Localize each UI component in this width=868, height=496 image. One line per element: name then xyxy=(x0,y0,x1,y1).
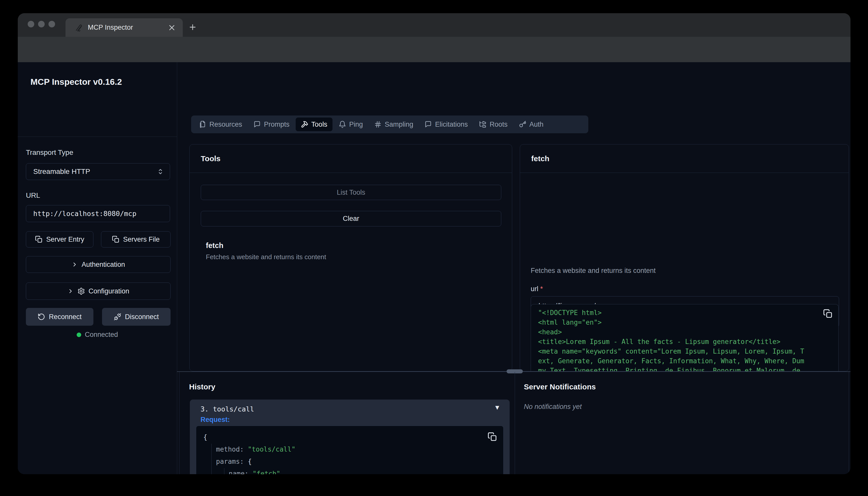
request-json-line: { xyxy=(196,431,486,443)
tab-label: Elicitations xyxy=(435,121,468,128)
authentication-label: Authentication xyxy=(81,261,125,268)
copy-request-icon[interactable] xyxy=(488,432,497,442)
key-icon xyxy=(519,121,526,128)
window-close-dot[interactable] xyxy=(28,21,34,27)
history-entry-card: 3. tools/call ▼ Request: {method: "tools… xyxy=(190,400,510,474)
restart-icon xyxy=(37,313,45,321)
result-code-line: <head> xyxy=(538,327,821,337)
browser-tab-strip: MCP Inspector xyxy=(18,13,851,37)
request-label: Request: xyxy=(201,416,230,424)
status-dot xyxy=(77,332,81,337)
tab-label: Sampling xyxy=(385,121,413,128)
url-field-label-text: url xyxy=(531,285,538,293)
list-tools-label: List Tools xyxy=(337,189,365,197)
browser-tab[interactable]: MCP Inspector xyxy=(65,18,183,37)
reconnect-button[interactable]: Reconnect xyxy=(26,308,93,326)
folder-tree-icon xyxy=(479,121,487,128)
url-field-label: url * xyxy=(531,285,543,293)
sidebar-divider xyxy=(18,137,177,137)
result-code-line: <meta name="keywords" content="Lorem Ips… xyxy=(538,346,821,356)
transport-type-label: Transport Type xyxy=(26,149,73,157)
disconnect-label: Disconnect xyxy=(125,313,159,321)
transport-type-select[interactable]: Streamable HTTP xyxy=(26,163,170,180)
window-zoom-dot[interactable] xyxy=(48,21,55,27)
history-panel-left-border xyxy=(179,372,179,474)
configuration-label: Configuration xyxy=(89,287,129,295)
sidebar: MCP Inspector v0.16.2 Transport Type Str… xyxy=(18,62,177,474)
history-title: History xyxy=(189,383,215,391)
tab-label: Resources xyxy=(209,121,242,128)
hammer-icon xyxy=(301,121,309,128)
tab-label: Prompts xyxy=(264,121,289,128)
result-code-line: <html lang="en"> xyxy=(538,317,821,327)
clear-button[interactable]: Clear xyxy=(201,211,501,227)
url-input[interactable]: http://localhost:8080/mcp xyxy=(26,205,170,222)
browser-toolbar: localhost:6274/?MCP_PROXY_AUTH_TOKEN=9e7… xyxy=(18,37,851,62)
tool-panel-title: fetch xyxy=(531,154,550,163)
result-code-line: <title>Lorem Ipsum - All the facts - Lip… xyxy=(538,337,821,346)
chevron-right-icon xyxy=(71,261,78,268)
request-json-line: name: "fetch" xyxy=(196,468,486,474)
copy-icon xyxy=(35,235,43,243)
request-json-line: params: { xyxy=(196,455,486,468)
list-tools-button[interactable]: List Tools xyxy=(201,185,501,200)
no-notifications-text: No notifications yet xyxy=(524,403,582,411)
tool-description: Fetches a website and returns its conten… xyxy=(531,267,656,275)
unplug-icon xyxy=(114,313,121,321)
tab-close-icon[interactable] xyxy=(168,24,176,32)
files-icon xyxy=(199,121,206,128)
reconnect-label: Reconnect xyxy=(49,313,81,321)
bell-icon xyxy=(338,121,346,128)
tool-panel-header: fetch xyxy=(520,144,849,173)
app-title: MCP Inspector v0.16.2 xyxy=(30,77,122,87)
screenshot-stage: MCP Inspector localhost:6274/?MCP_PROXY_… xyxy=(0,0,868,496)
transport-type-value: Streamable HTTP xyxy=(33,168,90,176)
clear-label: Clear xyxy=(343,215,359,222)
nav-tab-bar: Resources Prompts Tools Ping xyxy=(191,115,588,133)
window-minimize-dot[interactable] xyxy=(38,21,45,27)
indent-guide xyxy=(224,468,224,474)
configuration-toggle[interactable]: Configuration xyxy=(26,282,171,300)
request-json-lines: {method: "tools/call"params: {name: "fet… xyxy=(196,431,486,474)
tab-prompts[interactable]: Prompts xyxy=(248,118,295,131)
server-entry-label: Server Entry xyxy=(46,235,84,244)
tools-panel-header: Tools xyxy=(190,144,512,173)
servers-file-label: Servers File xyxy=(123,235,160,244)
connection-status: Connected xyxy=(18,331,177,339)
collapse-caret-icon[interactable]: ▼ xyxy=(494,404,501,412)
new-tab-icon[interactable] xyxy=(188,23,197,31)
required-asterisk: * xyxy=(540,285,543,293)
tab-elicitations[interactable]: Elicitations xyxy=(419,118,473,131)
tab-label: Roots xyxy=(490,121,508,128)
indent-guide xyxy=(211,444,212,474)
tab-resources[interactable]: Resources xyxy=(194,118,247,131)
copy-icon xyxy=(112,235,120,243)
tools-panel-title: Tools xyxy=(201,154,221,163)
server-entry-button[interactable]: Server Entry xyxy=(26,231,93,248)
chevrons-up-down-icon xyxy=(157,168,164,175)
tab-label: Auth xyxy=(530,121,543,128)
history-entry-label[interactable]: 3. tools/call xyxy=(201,403,254,415)
result-code-line: "<!DOCTYPE html> xyxy=(538,308,821,317)
tool-detail-panel: fetch Fetches a website and returns its … xyxy=(520,144,849,371)
tools-list-panel: Tools List Tools Clear fetch Fetches a w… xyxy=(189,144,512,371)
disconnect-button[interactable]: Disconnect xyxy=(102,308,171,326)
browser-window: MCP Inspector localhost:6274/?MCP_PROXY_… xyxy=(18,13,851,474)
tab-sampling[interactable]: Sampling xyxy=(369,118,419,131)
mcp-inspector-page: MCP Inspector v0.16.2 Transport Type Str… xyxy=(18,62,851,474)
authentication-toggle[interactable]: Authentication xyxy=(26,256,171,273)
chevron-right-icon xyxy=(67,288,74,294)
tab-tools[interactable]: Tools xyxy=(296,118,332,131)
result-code-line: ext, Generate, Generator, Facts, Informa… xyxy=(538,356,821,366)
servers-file-button[interactable]: Servers File xyxy=(101,231,171,248)
tab-roots[interactable]: Roots xyxy=(474,118,513,131)
status-label: Connected xyxy=(85,331,118,339)
notifications-panel-right-border xyxy=(849,372,849,474)
request-json-line: method: "tools/call" xyxy=(196,443,486,455)
tab-ping[interactable]: Ping xyxy=(333,118,368,131)
copy-result-icon[interactable] xyxy=(823,309,833,319)
tool-item-name: fetch xyxy=(206,242,223,250)
request-json-block[interactable]: {method: "tools/call"params: {name: "fet… xyxy=(196,426,504,474)
tool-result-code-block[interactable]: "<!DOCTYPE html><html lang="en"><head><t… xyxy=(531,304,839,371)
tab-auth[interactable]: Auth xyxy=(514,118,549,131)
